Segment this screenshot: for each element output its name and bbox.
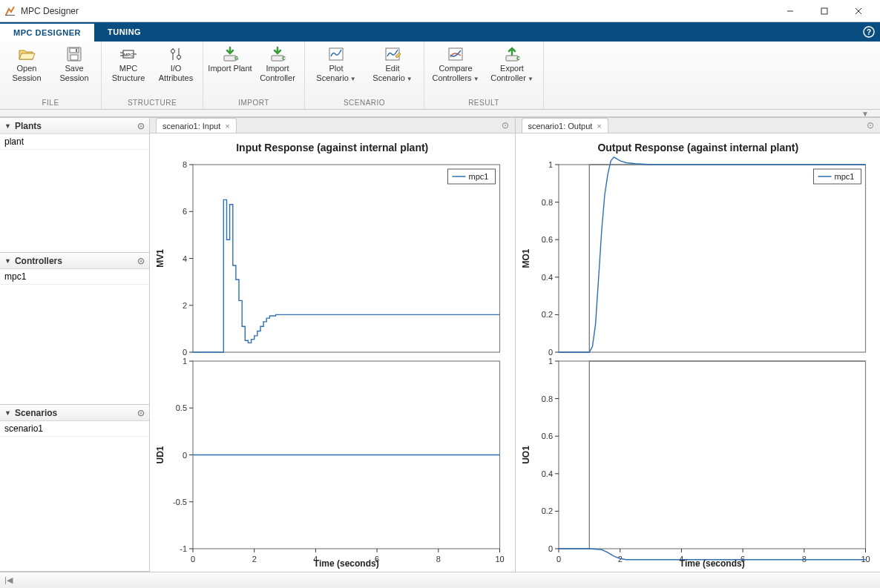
export-controller-button[interactable]: C Export Controller▼ (485, 44, 539, 82)
list-item[interactable]: scenario1 (0, 421, 149, 437)
panel-scenarios: ▼ Scenarios ⊙ scenario1 (0, 405, 149, 572)
svg-text:Input Response (against intern: Input Response (against internal plant) (236, 142, 428, 153)
pane-options-icon[interactable]: ⊙ (867, 120, 874, 131)
panel-header-plants[interactable]: ▼ Plants ⊙ (0, 118, 149, 134)
triangle-down-icon: ▼ (4, 122, 11, 130)
open-session-button[interactable]: Open Session (4, 44, 49, 82)
chevron-down-icon: ▼ (407, 76, 413, 82)
svg-text:1: 1 (183, 357, 187, 366)
group-import: G Import Plant C Import Controller IMPOR… (203, 42, 305, 109)
svg-text:0.6: 0.6 (541, 432, 552, 440)
nav-back-icon[interactable]: |◀ (4, 575, 13, 585)
pane-options-icon[interactable]: ⊙ (502, 120, 509, 131)
floppy-icon (65, 46, 83, 62)
svg-text:-1: -1 (180, 544, 187, 553)
mpc-structure-button[interactable]: MPC MPC Structure (106, 44, 151, 82)
list-item[interactable]: plant (0, 134, 149, 150)
svg-text:0.4: 0.4 (541, 469, 552, 478)
help-icon[interactable]: ? (858, 22, 880, 42)
maximize-button[interactable] (807, 0, 841, 22)
save-session-button[interactable]: Save Session (52, 44, 96, 82)
svg-text:8: 8 (183, 160, 187, 169)
content-area: scenario1: Input × ⊙ Input Response (aga… (150, 118, 880, 572)
group-file: Open Session Save Session FILE (0, 42, 102, 109)
svg-text:C: C (516, 56, 520, 61)
panel-options-icon[interactable]: ⊙ (137, 256, 145, 266)
export-controller-icon: C (503, 46, 521, 62)
svg-text:1: 1 (548, 160, 552, 169)
chevron-down-icon: ▼ (528, 76, 533, 82)
svg-text:0: 0 (556, 555, 560, 564)
import-plant-icon: G (221, 46, 239, 62)
svg-rect-10 (76, 49, 77, 52)
close-icon[interactable]: × (597, 122, 601, 131)
ribbon-collapse-row: ▼ (0, 110, 880, 117)
tab-mpc-designer[interactable]: MPC DESIGNER (0, 22, 94, 42)
svg-text:10: 10 (495, 555, 504, 564)
main-area: ▼ Plants ⊙ plant ▼ Controllers ⊙ mpc1 ▼ … (0, 117, 880, 572)
ribbon: Open Session Save Session FILE MPC MPC S… (0, 42, 880, 110)
panel-plants: ▼ Plants ⊙ plant (0, 118, 149, 253)
svg-text:8: 8 (436, 555, 441, 564)
doc-tab-input[interactable]: scenario1: Input × (156, 118, 237, 133)
import-controller-button[interactable]: C Import Controller (255, 44, 300, 82)
svg-point-18 (171, 50, 175, 53)
mpc-block-icon: MPC (119, 46, 137, 62)
triangle-down-icon: ▼ (4, 257, 11, 265)
svg-text:C: C (282, 56, 286, 61)
ribbon-tabstrip: MPC DESIGNER TUNING ? (0, 22, 880, 42)
plot-scenario-button[interactable]: Plot Scenario▼ (309, 44, 363, 82)
svg-text:4: 4 (183, 254, 187, 263)
svg-text:-0.5: -0.5 (173, 498, 187, 506)
svg-rect-88 (559, 361, 866, 549)
titlebar: MPC Designer (0, 0, 880, 22)
io-sliders-icon (167, 46, 185, 62)
svg-text:Time (seconds): Time (seconds) (679, 558, 744, 569)
panel-header-controllers[interactable]: ▼ Controllers ⊙ (0, 253, 149, 269)
close-icon[interactable]: × (225, 122, 229, 131)
plot-input[interactable]: Input Response (against internal plant)0… (150, 133, 515, 572)
svg-text:0.6: 0.6 (541, 235, 552, 244)
svg-text:mpc1: mpc1 (834, 172, 854, 181)
svg-text:MO1: MO1 (521, 248, 531, 268)
plot-output[interactable]: Output Response (against internal plant)… (516, 133, 881, 572)
app-icon (4, 5, 16, 17)
svg-text:UO1: UO1 (521, 446, 531, 464)
svg-text:0.8: 0.8 (541, 198, 552, 207)
chevron-down-icon: ▼ (350, 76, 356, 82)
panel-options-icon[interactable]: ⊙ (137, 121, 145, 131)
minimize-button[interactable] (773, 0, 807, 22)
edit-scenario-button[interactable]: Edit Scenario▼ (366, 44, 419, 82)
doc-tabbar-input: scenario1: Input × ⊙ (150, 118, 515, 133)
svg-text:0: 0 (548, 348, 552, 357)
close-button[interactable] (841, 0, 876, 22)
svg-text:MPC: MPC (123, 53, 134, 57)
panel-header-scenarios[interactable]: ▼ Scenarios ⊙ (0, 405, 149, 421)
sidebar: ▼ Plants ⊙ plant ▼ Controllers ⊙ mpc1 ▼ … (0, 118, 150, 572)
statusbar: |◀ (0, 572, 880, 588)
collapse-ribbon-icon[interactable]: ▼ (858, 110, 873, 116)
svg-text:0: 0 (191, 555, 195, 564)
svg-text:1: 1 (548, 357, 552, 366)
svg-rect-2 (821, 8, 827, 14)
svg-text:MV1: MV1 (155, 249, 165, 268)
svg-point-19 (177, 56, 181, 59)
import-controller-icon: C (269, 46, 286, 62)
svg-text:6: 6 (183, 207, 187, 216)
svg-text:0.2: 0.2 (541, 506, 552, 515)
svg-text:0.4: 0.4 (541, 273, 552, 282)
pane-input: scenario1: Input × ⊙ Input Response (aga… (150, 118, 516, 572)
compare-controllers-button[interactable]: Compare Controllers▼ (429, 44, 482, 82)
io-attributes-button[interactable]: I/O Attributes (154, 44, 198, 82)
doc-tab-output[interactable]: scenario1: Output × (522, 118, 608, 133)
tab-tuning[interactable]: TUNING (94, 22, 154, 42)
svg-text:0.8: 0.8 (541, 394, 552, 403)
svg-text:0.5: 0.5 (176, 403, 187, 412)
triangle-down-icon: ▼ (4, 409, 11, 417)
svg-rect-26 (449, 48, 462, 60)
svg-text:0.2: 0.2 (541, 310, 552, 319)
svg-text:0: 0 (548, 544, 552, 553)
panel-options-icon[interactable]: ⊙ (137, 408, 145, 418)
list-item[interactable]: mpc1 (0, 269, 149, 285)
import-plant-button[interactable]: G Import Plant (208, 44, 252, 73)
